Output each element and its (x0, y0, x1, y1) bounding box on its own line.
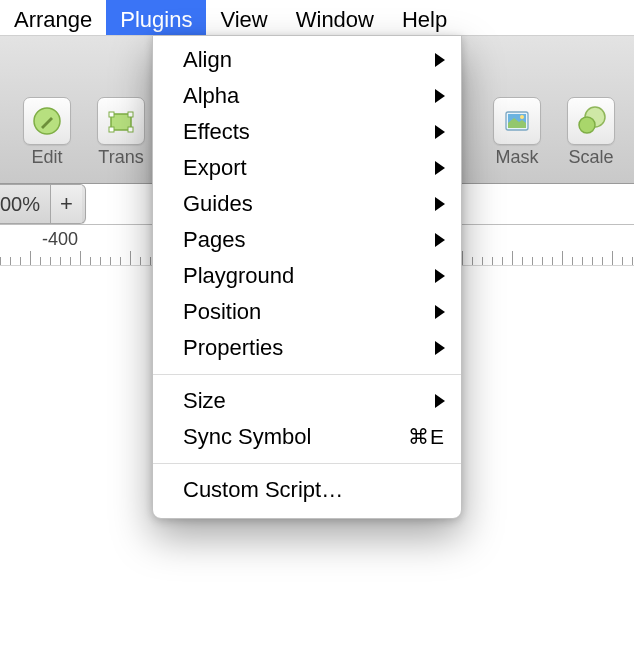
menu-item-label: Pages (183, 227, 435, 253)
menu-item-label: Position (183, 299, 435, 325)
tool-label: Mask (495, 147, 538, 168)
submenu-arrow-icon (435, 161, 445, 175)
menu-item-label: Guides (183, 191, 435, 217)
menu-item-label: Size (183, 388, 435, 414)
menu-item-custom-script[interactable]: Custom Script… (153, 472, 461, 508)
tool-label: Scale (568, 147, 613, 168)
menu-help[interactable]: Help (388, 0, 461, 35)
submenu-arrow-icon (435, 125, 445, 139)
menu-separator (153, 463, 461, 464)
submenu-arrow-icon (435, 197, 445, 211)
menu-item-shortcut: ⌘E (408, 425, 445, 449)
menu-item-align[interactable]: Align (153, 42, 461, 78)
zoom-control: 00% + (0, 184, 86, 224)
menu-item-size[interactable]: Size (153, 383, 461, 419)
menu-item-alpha[interactable]: Alpha (153, 78, 461, 114)
tool-edit[interactable]: Edit (10, 97, 84, 168)
menu-item-label: Sync Symbol (183, 424, 408, 450)
menu-item-properties[interactable]: Properties (153, 330, 461, 366)
zoom-value[interactable]: 00% (0, 193, 50, 216)
menu-item-label: Custom Script… (183, 477, 445, 503)
svg-rect-5 (128, 127, 133, 132)
svg-rect-3 (128, 112, 133, 117)
menu-label: Window (296, 7, 374, 33)
menu-label: Plugins (120, 7, 192, 33)
svg-rect-2 (109, 112, 114, 117)
tool-transform[interactable]: Trans (84, 97, 158, 168)
menu-item-export[interactable]: Export (153, 150, 461, 186)
submenu-arrow-icon (435, 89, 445, 103)
svg-rect-4 (109, 127, 114, 132)
menu-item-effects[interactable]: Effects (153, 114, 461, 150)
menu-item-label: Alpha (183, 83, 435, 109)
submenu-arrow-icon (435, 341, 445, 355)
menu-window[interactable]: Window (282, 0, 388, 35)
menu-label: Help (402, 7, 447, 33)
menu-plugins[interactable]: Plugins (106, 0, 206, 35)
submenu-arrow-icon (435, 53, 445, 67)
submenu-arrow-icon (435, 269, 445, 283)
menubar: Arrange Plugins View Window Help (0, 0, 634, 36)
svg-point-8 (520, 115, 524, 119)
menu-item-sync-symbol[interactable]: Sync Symbol ⌘E (153, 419, 461, 455)
submenu-arrow-icon (435, 233, 445, 247)
transform-icon (97, 97, 145, 145)
menu-label: Arrange (14, 7, 92, 33)
menu-item-position[interactable]: Position (153, 294, 461, 330)
svg-point-10 (579, 117, 595, 133)
menu-item-pages[interactable]: Pages (153, 222, 461, 258)
menu-item-label: Playground (183, 263, 435, 289)
tool-scale[interactable]: Scale (554, 97, 628, 168)
menu-label: View (220, 7, 267, 33)
submenu-arrow-icon (435, 305, 445, 319)
menu-item-label: Align (183, 47, 435, 73)
plugins-menu: Align Alpha Effects Export Guides Pages … (152, 35, 462, 519)
tool-label: Trans (98, 147, 143, 168)
tool-label: Edit (31, 147, 62, 168)
zoom-in-button[interactable]: + (50, 185, 82, 223)
menu-item-label: Properties (183, 335, 435, 361)
menu-separator (153, 374, 461, 375)
menu-view[interactable]: View (206, 0, 281, 35)
menu-item-guides[interactable]: Guides (153, 186, 461, 222)
menu-arrange[interactable]: Arrange (0, 0, 106, 35)
scale-icon (567, 97, 615, 145)
menu-item-playground[interactable]: Playground (153, 258, 461, 294)
image-icon (493, 97, 541, 145)
tool-mask[interactable]: Mask (480, 97, 554, 168)
menu-item-label: Effects (183, 119, 435, 145)
pencil-circle-icon (23, 97, 71, 145)
submenu-arrow-icon (435, 394, 445, 408)
menu-item-label: Export (183, 155, 435, 181)
